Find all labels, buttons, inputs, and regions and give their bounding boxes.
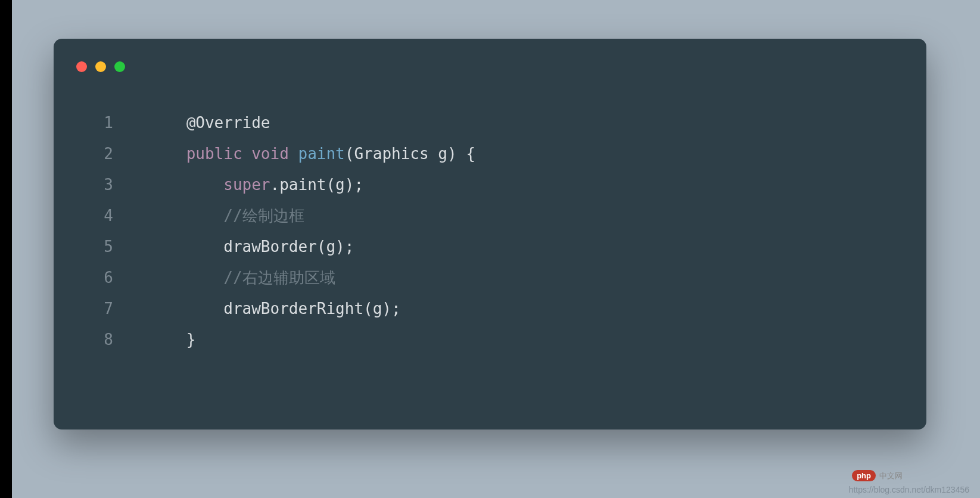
code-line: 1 @Override (77, 107, 909, 138)
code-card: 1 @Override2 public void paint(Graphics … (54, 39, 926, 429)
code-content: //右边辅助区域 (149, 262, 335, 293)
line-number: 8 (77, 324, 149, 355)
code-line: 3 super.paint(g); (77, 169, 909, 200)
code-block: 1 @Override2 public void paint(Graphics … (77, 107, 909, 355)
traffic-lights (76, 61, 125, 72)
line-number: 2 (77, 138, 149, 169)
code-content: drawBorderRight(g); (149, 293, 401, 324)
line-number: 7 (77, 293, 149, 324)
watermark-badge: php 中文网 (852, 470, 903, 481)
line-number: 1 (77, 107, 149, 138)
close-icon[interactable] (76, 61, 87, 72)
code-line: 5 drawBorder(g); (77, 231, 909, 262)
code-content: //绘制边框 (149, 200, 304, 231)
watermark-cn-text: 中文网 (879, 471, 903, 481)
line-number: 6 (77, 262, 149, 293)
zoom-icon[interactable] (114, 61, 125, 72)
line-number: 5 (77, 231, 149, 262)
minimize-icon[interactable] (95, 61, 106, 72)
code-line: 6 //右边辅助区域 (77, 262, 909, 293)
code-content: drawBorder(g); (149, 231, 354, 262)
line-number: 3 (77, 169, 149, 200)
watermark-url: https://blog.csdn.net/dkm123456 (849, 485, 969, 494)
code-line: 4 //绘制边框 (77, 200, 909, 231)
left-stripe (0, 0, 12, 498)
code-content: public void paint(Graphics g) { (149, 138, 475, 169)
code-line: 2 public void paint(Graphics g) { (77, 138, 909, 169)
line-number: 4 (77, 200, 149, 231)
code-content: @Override (149, 107, 270, 138)
code-line: 8 } (77, 324, 909, 355)
code-content: super.paint(g); (149, 169, 363, 200)
code-content: } (149, 324, 195, 355)
php-badge: php (852, 470, 876, 481)
code-line: 7 drawBorderRight(g); (77, 293, 909, 324)
